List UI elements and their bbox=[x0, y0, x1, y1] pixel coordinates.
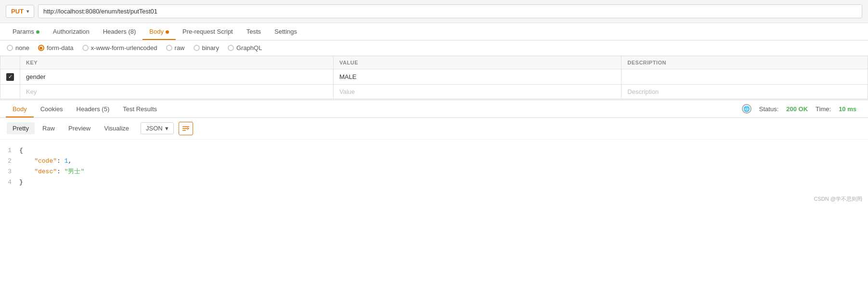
url-bar: PUT ▾ bbox=[0, 0, 868, 23]
radio-graphql[interactable]: GraphQL bbox=[228, 44, 262, 52]
tab-pre-request[interactable]: Pre-request Script bbox=[176, 23, 240, 40]
globe-icon: 🌐 bbox=[742, 104, 751, 114]
code-number-1: 1 bbox=[65, 157, 68, 165]
tab-settings[interactable]: Settings bbox=[268, 23, 304, 40]
radio-circle-graphql bbox=[228, 45, 234, 51]
row-desc-cell[interactable] bbox=[622, 69, 868, 85]
radio-binary[interactable]: binary bbox=[194, 44, 219, 52]
fmt-raw[interactable]: Raw bbox=[37, 122, 61, 134]
code-line-2: 2 "code": 1, bbox=[0, 156, 868, 167]
placeholder-desc-cell[interactable]: Description bbox=[622, 84, 868, 99]
time-value: 10 ms bbox=[839, 105, 856, 113]
table-header-checkbox bbox=[0, 56, 20, 69]
status-label: Status: bbox=[759, 105, 778, 113]
wrap-icon[interactable] bbox=[179, 122, 193, 135]
radio-circle-urlencoded bbox=[82, 45, 89, 51]
resp-tab-headers[interactable]: Headers (5) bbox=[70, 101, 117, 117]
method-chevron: ▾ bbox=[26, 9, 29, 14]
row-checkbox-cell[interactable]: ✓ bbox=[0, 69, 20, 85]
table-placeholder-row: Key Value Description bbox=[0, 84, 868, 99]
table-header-key: KEY bbox=[20, 56, 334, 69]
checkbox-checked[interactable]: ✓ bbox=[6, 73, 14, 81]
form-data-table: KEY VALUE DESCRIPTION ✓ gender MALE Key … bbox=[0, 56, 868, 99]
json-format-chevron: ▾ bbox=[165, 125, 168, 132]
params-dot bbox=[36, 30, 39, 34]
fmt-visualize[interactable]: Visualize bbox=[98, 122, 135, 134]
table-row: ✓ gender MALE bbox=[0, 69, 868, 85]
code-key-desc: "desc" bbox=[34, 168, 57, 175]
code-key-code: "code" bbox=[34, 157, 57, 165]
tab-body[interactable]: Body bbox=[143, 23, 176, 40]
resp-tab-test-results[interactable]: Test Results bbox=[116, 101, 164, 117]
format-toolbar: Pretty Raw Preview Visualize JSON ▾ bbox=[0, 118, 868, 140]
row-key-cell[interactable]: gender bbox=[20, 69, 334, 85]
method-select[interactable]: PUT ▾ bbox=[6, 5, 34, 18]
radio-raw[interactable]: raw bbox=[166, 44, 185, 52]
placeholder-checkbox-cell bbox=[0, 84, 20, 99]
footer-watermark: CSDN @学不思则罔 bbox=[0, 194, 868, 205]
tab-tests[interactable]: Tests bbox=[240, 23, 268, 40]
resp-tab-cookies[interactable]: Cookies bbox=[34, 101, 70, 117]
response-tabs: Body Cookies Headers (5) Test Results 🌐 … bbox=[0, 101, 868, 118]
method-label: PUT bbox=[11, 8, 24, 15]
row-value-cell[interactable]: MALE bbox=[334, 69, 622, 85]
time-label: Time: bbox=[816, 105, 831, 113]
code-line-3: 3 "desc": "男士" bbox=[0, 167, 868, 177]
table-header-description: DESCRIPTION bbox=[622, 56, 868, 69]
tab-headers[interactable]: Headers (8) bbox=[96, 23, 143, 40]
radio-urlencoded[interactable]: x-www-form-urlencoded bbox=[82, 44, 157, 52]
radio-form-data[interactable]: form-data bbox=[38, 44, 74, 52]
resp-tab-body[interactable]: Body bbox=[6, 101, 34, 117]
body-dot bbox=[166, 30, 169, 34]
code-line-4: 4 } bbox=[0, 177, 868, 188]
radio-circle-binary bbox=[194, 45, 200, 51]
placeholder-value-cell[interactable]: Value bbox=[334, 84, 622, 99]
radio-none[interactable]: none bbox=[7, 44, 29, 52]
code-line-1: 1 { bbox=[0, 145, 868, 156]
radio-circle-form-data bbox=[38, 45, 44, 51]
placeholder-key-cell[interactable]: Key bbox=[20, 84, 334, 99]
status-value: 200 OK bbox=[786, 105, 808, 113]
request-tabs: Params Authorization Headers (8) Body Pr… bbox=[0, 23, 868, 40]
code-area: 1 { 2 "code": 1, 3 "desc": "男士" 4 } bbox=[0, 140, 868, 194]
response-section: Body Cookies Headers (5) Test Results 🌐 … bbox=[0, 99, 868, 205]
table-header-value: VALUE bbox=[334, 56, 622, 69]
tab-authorization[interactable]: Authorization bbox=[46, 23, 96, 40]
body-type-row: none form-data x-www-form-urlencoded raw… bbox=[0, 40, 868, 56]
tab-params[interactable]: Params bbox=[6, 23, 46, 40]
fmt-preview[interactable]: Preview bbox=[63, 122, 96, 134]
radio-circle-raw bbox=[166, 45, 172, 51]
url-input[interactable] bbox=[38, 4, 862, 18]
code-string-desc: "男士" bbox=[65, 168, 85, 175]
json-format-dropdown[interactable]: JSON ▾ bbox=[141, 122, 174, 134]
json-format-label: JSON bbox=[146, 125, 163, 132]
response-meta: 🌐 Status: 200 OK Time: 10 ms bbox=[742, 104, 862, 114]
fmt-pretty[interactable]: Pretty bbox=[7, 122, 35, 134]
radio-circle-none bbox=[7, 45, 13, 51]
